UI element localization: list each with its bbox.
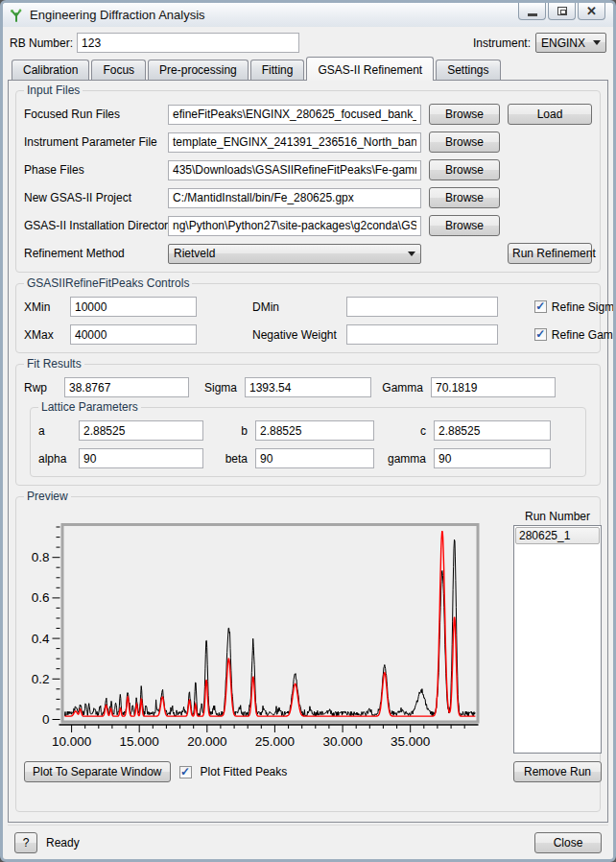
xmax-input[interactable] <box>70 324 197 345</box>
refine-gamma-row: Refine Gamma <box>508 328 616 342</box>
tab-gsas-ii-refinement[interactable]: GSAS-II Refinement <box>306 57 434 81</box>
negative-weight-label: Negative Weight <box>206 328 337 342</box>
plot-fitted-peaks-checkbox[interactable] <box>179 766 192 778</box>
tab-calibration[interactable]: Calibration <box>12 60 89 80</box>
rb-number-input[interactable] <box>77 33 299 53</box>
new-gsas-project-label: New GSAS-II Project <box>24 191 160 204</box>
svg-text:0.2: 0.2 <box>32 672 50 686</box>
help-button[interactable]: ? <box>14 832 37 853</box>
input-files-grid: Focused Run Files Browse Load Instrument… <box>24 104 592 264</box>
svg-text:0.8: 0.8 <box>32 550 50 564</box>
lattice-beta-label: beta <box>211 452 248 466</box>
run-list-item[interactable]: 280625_1 <box>515 527 600 544</box>
xmin-label: XMin <box>24 300 60 314</box>
status-text: Ready <box>46 836 80 850</box>
group-title: GSASIIRefineFitPeaks Controls <box>24 276 192 290</box>
instrument-select[interactable]: ENGINX <box>535 33 606 53</box>
load-button[interactable]: Load <box>508 104 592 125</box>
browse-phase-files-button[interactable]: Browse <box>429 159 500 180</box>
group-preview: Preview 10.00015.00020.00025.00030.00035… <box>15 496 601 812</box>
preview-body: 10.00015.00020.00025.00030.00035.00000.2… <box>24 510 592 782</box>
gamma-label: Gamma <box>379 381 423 395</box>
tab-focus[interactable]: Focus <box>91 60 146 80</box>
refinement-method-value: Rietveld <box>174 247 215 260</box>
run-list[interactable]: 280625_1 <box>513 525 602 754</box>
tab-fitting[interactable]: Fitting <box>250 60 305 80</box>
lattice-beta-field[interactable] <box>255 448 374 468</box>
phase-files-input[interactable] <box>168 160 421 180</box>
group-lattice-parameters: Lattice Parameters a b c alpha beta gamm… <box>30 407 586 477</box>
lattice-alpha-field[interactable] <box>79 448 203 468</box>
dmin-input[interactable] <box>346 297 498 317</box>
remove-run-cell: Remove Run <box>513 755 602 782</box>
minimize-button[interactable] <box>518 3 546 20</box>
app-icon <box>9 8 24 23</box>
fit-results-grid: Rwp Sigma Gamma <box>24 377 592 397</box>
svg-text:35.000: 35.000 <box>391 734 430 749</box>
sigma-label: Sigma <box>197 381 237 395</box>
lattice-b-field[interactable] <box>255 420 374 441</box>
plot-fitted-peaks-label: Plot Fitted Peaks <box>201 765 288 778</box>
refine-gamma-label: Refine Gamma <box>552 328 616 342</box>
browse-instrument-parameter-button[interactable]: Browse <box>429 132 500 153</box>
group-title: Preview <box>24 490 71 503</box>
lattice-b-label: b <box>211 424 248 438</box>
close-window-button[interactable]: ✕ <box>578 3 605 20</box>
remove-run-button[interactable]: Remove Run <box>513 761 602 782</box>
lattice-a-field[interactable] <box>79 420 203 441</box>
close-button[interactable]: Close <box>534 832 602 853</box>
lattice-gamma-field[interactable] <box>434 448 551 468</box>
browse-install-dir-button[interactable]: Browse <box>429 215 500 236</box>
browse-new-project-button[interactable]: Browse <box>429 187 500 208</box>
group-input-files: Input Files Focused Run Files Browse Loa… <box>15 90 601 273</box>
gamma-field[interactable] <box>431 377 556 397</box>
chevron-down-icon <box>408 251 415 256</box>
xmin-input[interactable] <box>70 297 197 317</box>
negative-weight-input[interactable] <box>346 324 498 345</box>
dialog-body: RB Number: Instrument: ENGINX Calibratio… <box>3 27 613 859</box>
minimize-icon <box>528 13 537 16</box>
diffraction-plot[interactable]: 10.00015.00020.00025.00030.00035.00000.2… <box>24 522 504 753</box>
run-refinement-button[interactable]: Run Refinement <box>508 243 592 264</box>
group-fit-results: Fit Results Rwp Sigma Gamma Lattice Para… <box>15 364 601 486</box>
lattice-gamma-label: gamma <box>382 452 426 466</box>
group-refine-controls: GSASIIRefineFitPeaks Controls XMin DMin … <box>15 283 601 353</box>
refinement-method-label: Refinement Method <box>24 247 160 260</box>
restore-button[interactable] <box>548 3 576 20</box>
svg-text:0.6: 0.6 <box>32 590 50 605</box>
instrument-label: Instrument: <box>473 36 531 50</box>
sigma-field[interactable] <box>245 377 371 397</box>
refine-sigma-row: Refine Sigma <box>508 300 616 314</box>
run-column: Run Number 280625_1 <box>513 510 602 755</box>
status-bar: ? Ready Close <box>8 825 608 859</box>
refine-gamma-checkbox[interactable] <box>534 328 547 341</box>
group-title: Lattice Parameters <box>38 400 141 414</box>
rb-number-label: RB Number: <box>10 36 73 50</box>
lattice-c-field[interactable] <box>434 420 551 441</box>
browse-focused-run-button[interactable]: Browse <box>429 104 500 125</box>
group-title: Input Files <box>24 84 83 97</box>
lattice-a-label: a <box>38 424 71 438</box>
titlebar: Engineering Diffraction Analysis ✕ <box>3 3 613 27</box>
tab-settings[interactable]: Settings <box>436 60 500 80</box>
refine-sigma-label: Refine Sigma <box>552 300 616 314</box>
svg-text:0: 0 <box>42 712 50 727</box>
rwp-field[interactable] <box>64 377 189 397</box>
instrument-parameter-file-input[interactable] <box>168 132 421 153</box>
plot-separate-window-button[interactable]: Plot To Separate Window <box>24 761 171 782</box>
svg-text:30.000: 30.000 <box>322 734 362 749</box>
refine-sigma-checkbox[interactable] <box>534 300 547 313</box>
gsas-install-dir-input[interactable] <box>168 216 421 236</box>
new-gsas-project-input[interactable] <box>168 188 421 208</box>
lattice-alpha-label: alpha <box>38 452 71 466</box>
xmax-label: XMax <box>24 328 60 342</box>
tab-pre-processing[interactable]: Pre-processing <box>148 60 249 80</box>
dmin-label: DMin <box>206 300 337 314</box>
instrument-value: ENGINX <box>541 36 585 50</box>
refinement-method-select[interactable]: Rietveld <box>168 244 421 264</box>
focused-run-files-label: Focused Run Files <box>24 108 160 121</box>
svg-text:25.000: 25.000 <box>255 734 295 749</box>
rwp-label: Rwp <box>24 381 57 395</box>
focused-run-files-input[interactable] <box>168 105 421 125</box>
phase-files-label: Phase Files <box>24 163 160 177</box>
